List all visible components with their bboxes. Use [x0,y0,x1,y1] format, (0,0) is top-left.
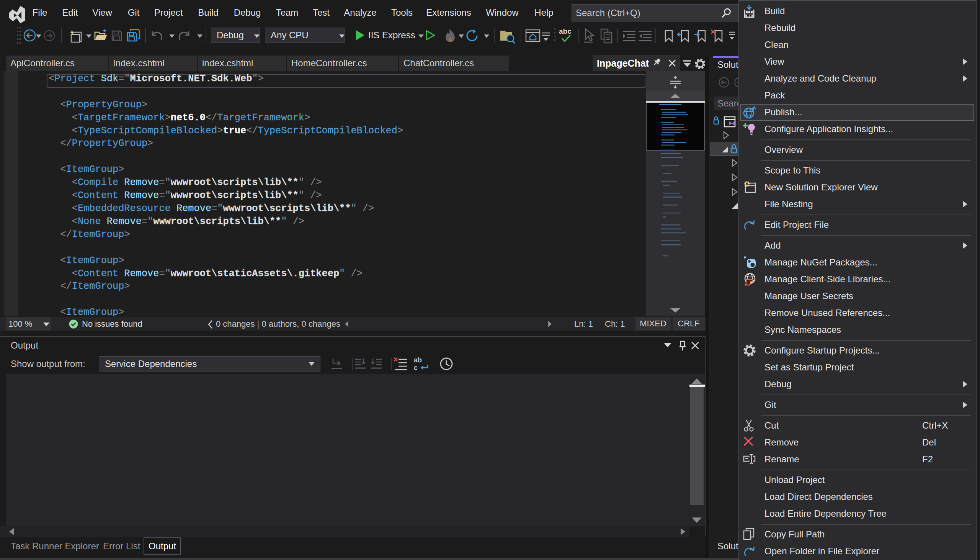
svg-text:c: c [414,364,418,372]
svg-text:ab: ab [414,356,422,364]
svg-text:abc: abc [559,27,571,35]
